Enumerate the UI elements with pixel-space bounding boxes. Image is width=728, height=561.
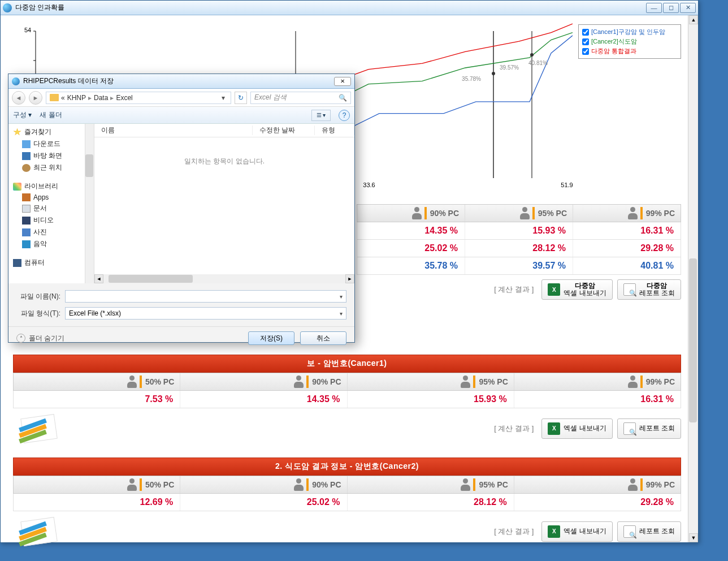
result-cell: 12.69 % xyxy=(14,494,180,511)
tree-libraries[interactable]: 라이브러리 xyxy=(8,180,94,192)
tree-videos[interactable]: 비디오 xyxy=(8,214,94,226)
result-cell: 14.35 % xyxy=(180,391,346,408)
tree-apps[interactable]: Apps xyxy=(8,192,94,202)
filename-label: 파일 이름(N): xyxy=(16,292,60,301)
view-report-button[interactable]: 레포트 조회 xyxy=(617,521,681,542)
vertical-scrollbar[interactable]: ▲ ▼ xyxy=(688,15,698,542)
result-cell: 28.12 % xyxy=(347,494,514,511)
scroll-up-button[interactable]: ▲ xyxy=(689,15,698,24)
maximize-button[interactable]: ◻ xyxy=(663,3,679,13)
list-hscrollbar[interactable]: ◄► xyxy=(94,274,354,283)
result-cell: 35.78 % xyxy=(357,257,465,274)
nav-back-button[interactable]: ◄ xyxy=(12,91,25,105)
document-icon xyxy=(13,516,64,547)
calc-result-label: [ 계산 결과 ] xyxy=(494,424,534,434)
save-button[interactable]: 저장(S) xyxy=(248,331,294,345)
col-name[interactable]: 이름 xyxy=(94,126,253,135)
dialog-title-bar: RHIPEPCResults 데이터 저장 ✕ xyxy=(8,74,354,89)
section-title: 보 - 암번호(Cancer1) xyxy=(13,355,681,373)
svg-text:35.78%: 35.78% xyxy=(462,76,481,82)
filetype-select[interactable]: Excel File (*.xlsx)▾ xyxy=(65,307,346,320)
scroll-down-button[interactable]: ▼ xyxy=(689,533,698,542)
pc-header: 50% PC xyxy=(14,476,180,493)
section-cancer2: 2. 식도암 결과 정보 - 암번호(Cancer2) 50% PC 90% P… xyxy=(13,458,681,551)
person-icon xyxy=(628,478,643,491)
nav-forward-button[interactable]: ► xyxy=(29,91,42,105)
legend-item: [Cancer1]구강암 및 인두암 xyxy=(582,27,677,37)
person-icon xyxy=(294,376,309,388)
pc-header: 99% PC xyxy=(514,373,681,390)
person-icon xyxy=(461,376,475,388)
tree-recent[interactable]: 최근 위치 xyxy=(8,162,94,174)
cancel-button[interactable]: 취소 xyxy=(300,331,346,345)
view-report-combined-button[interactable]: 다중암레포트 조회 xyxy=(617,279,681,300)
tree-computer[interactable]: 컴퓨터 xyxy=(8,257,94,269)
new-folder-button[interactable]: 새 폴더 xyxy=(40,110,62,120)
tree-music[interactable]: 음악 xyxy=(8,238,94,250)
scroll-thumb[interactable] xyxy=(689,258,697,422)
report-icon xyxy=(623,283,636,296)
result-cell: 29.28 % xyxy=(514,494,681,511)
help-button[interactable]: ? xyxy=(339,110,350,121)
excel-icon: X xyxy=(548,283,560,296)
hide-folders-toggle[interactable]: ˄폴더 숨기기 xyxy=(16,334,64,343)
refresh-button[interactable]: ↻ xyxy=(235,92,247,104)
person-icon xyxy=(628,207,643,219)
dialog-icon xyxy=(12,77,20,85)
col-type[interactable]: 유형 xyxy=(315,126,354,135)
export-excel-button[interactable]: X엑셀 내보내기 xyxy=(541,418,612,439)
view-options-button[interactable]: ☰ ▾ xyxy=(311,110,331,121)
dialog-close-button[interactable]: ✕ xyxy=(334,77,351,86)
pc-header: 90% PC xyxy=(180,373,346,390)
window-title: 다중암 인과확률 xyxy=(15,3,646,12)
svg-text:33.6: 33.6 xyxy=(363,182,375,188)
legend-checkbox[interactable] xyxy=(582,38,589,45)
section-title: 2. 식도암 결과 정보 - 암번호(Cancer2) xyxy=(13,458,681,476)
person-icon xyxy=(461,478,475,491)
dialog-title: RHIPEPCResults 데이터 저장 xyxy=(23,76,334,86)
folder-tree: 즐겨찾기 다운로드 바탕 화면 최근 위치 라이브러리 Apps 문서 비디오 … xyxy=(8,124,94,283)
save-dialog: RHIPEPCResults 데이터 저장 ✕ ◄ ► « KHNP▸ Data… xyxy=(8,74,355,343)
tree-downloads[interactable]: 다운로드 xyxy=(8,138,94,150)
person-icon xyxy=(520,207,535,219)
legend-checkbox[interactable] xyxy=(582,48,589,55)
result-cell: 29.28 % xyxy=(573,240,681,257)
view-report-button[interactable]: 레포트 조회 xyxy=(617,418,681,439)
result-cell: 7.53 % xyxy=(14,391,180,408)
tree-scrollbar[interactable] xyxy=(85,124,94,283)
legend-item: [Cancer2]식도암 xyxy=(582,37,677,46)
export-excel-button[interactable]: X엑셀 내보내기 xyxy=(541,521,612,542)
filename-input[interactable]: ▾ xyxy=(65,290,346,303)
close-button[interactable]: ✕ xyxy=(680,3,696,13)
export-excel-combined-button[interactable]: X 다중암엑셀 내보내기 xyxy=(541,279,612,300)
document-icon xyxy=(13,413,64,444)
person-icon xyxy=(628,376,643,388)
folder-icon xyxy=(50,94,59,101)
svg-text:54: 54 xyxy=(24,27,31,33)
svg-text:39.57%: 39.57% xyxy=(500,64,519,71)
minimize-button[interactable]: — xyxy=(646,3,662,13)
tree-desktop[interactable]: 바탕 화면 xyxy=(8,150,94,162)
col-modified[interactable]: 수정한 날짜 xyxy=(253,126,315,135)
pc-header: 95% PC xyxy=(465,205,573,222)
search-input[interactable]: Excel 검색🔍 xyxy=(250,92,351,104)
svg-text:40.81%: 40.81% xyxy=(528,60,548,66)
tree-documents[interactable]: 문서 xyxy=(8,202,94,214)
title-bar: 다중암 인과확률 — ◻ ✕ xyxy=(1,1,698,15)
breadcrumb[interactable]: « KHNP▸ Data▸ Excel ▾ xyxy=(46,92,231,104)
result-cell: 25.02 % xyxy=(357,240,465,257)
report-icon xyxy=(623,422,636,435)
report-icon xyxy=(623,525,636,538)
section-cancer1: 보 - 암번호(Cancer1) 50% PC 90% PC 95% PC 99… xyxy=(13,355,681,448)
organize-menu[interactable]: 구성 ▾ xyxy=(13,110,32,120)
tree-pictures[interactable]: 사진 xyxy=(8,226,94,238)
dialog-nav: ◄ ► « KHNP▸ Data▸ Excel ▾ ↻ Excel 검색🔍 xyxy=(8,89,354,107)
pc-header: 95% PC xyxy=(347,373,514,390)
pc-header: 90% PC xyxy=(357,205,465,222)
legend-checkbox[interactable] xyxy=(582,29,589,36)
result-cell: 15.93 % xyxy=(465,222,573,239)
tree-favorites[interactable]: 즐겨찾기 xyxy=(8,126,94,138)
pc-header: 99% PC xyxy=(573,205,681,222)
pc-header: 50% PC xyxy=(14,373,180,390)
result-cell: 40.81 % xyxy=(573,257,681,274)
